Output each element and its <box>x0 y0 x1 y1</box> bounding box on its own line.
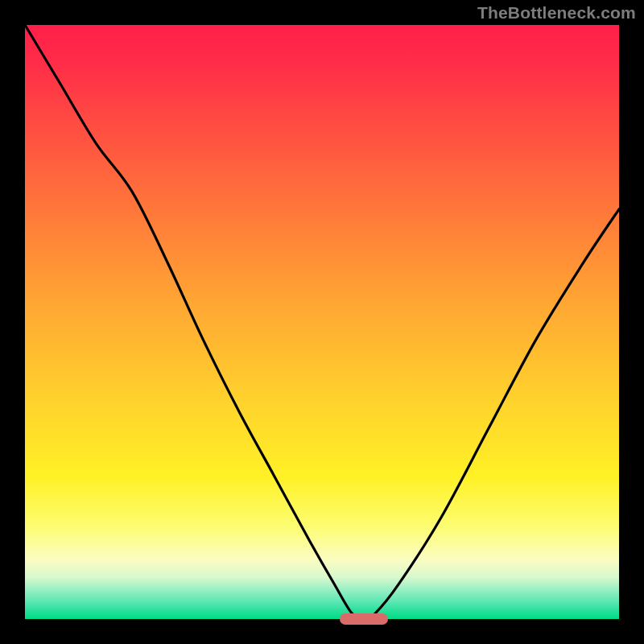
bottleneck-curve <box>25 25 619 619</box>
chart-plot-area <box>25 25 619 619</box>
optimal-point-marker <box>340 613 388 625</box>
watermark-text: TheBottleneck.com <box>477 3 636 23</box>
